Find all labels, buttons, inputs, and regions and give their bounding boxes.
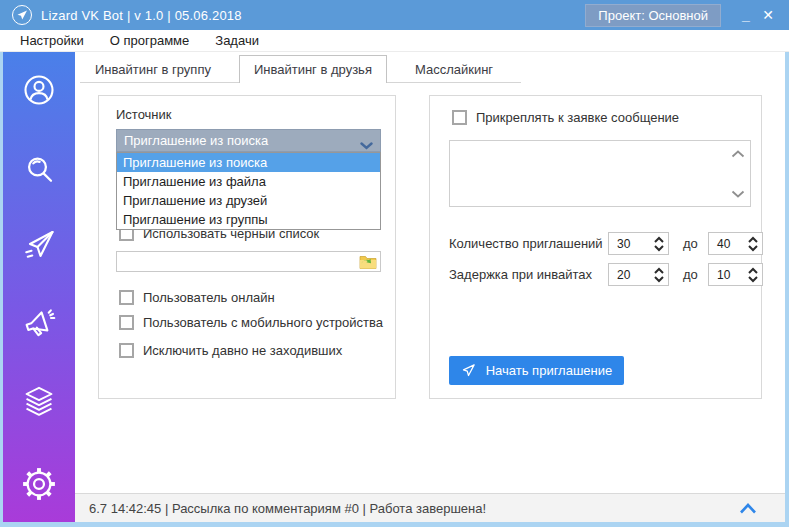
tab-invite-friends[interactable]: Инвайтинг в друзья [239,55,387,83]
source-dropdown-list: Приглашение из поиска Приглашение из фай… [116,152,381,230]
invite-delay-label: Задержка при инвайтах [449,267,592,282]
dropdown-option-search[interactable]: Приглашение из поиска [117,153,380,172]
scroll-up-icon[interactable] [731,146,745,161]
to-label: до [683,236,698,251]
scroll-down-icon[interactable] [731,186,745,201]
source-label: Источник [116,107,172,122]
source-panel: Источник Приглашение из поиска Приглашен… [98,95,396,399]
attach-message-checkbox-label: Прикреплять к заявке сообщение [476,110,679,125]
checkbox-box[interactable] [119,343,134,358]
source-dropdown-value: Приглашение из поиска [124,133,268,148]
invite-count-label: Количество приглашений [449,236,603,251]
to-label: до [683,267,698,282]
spinner-value: 10 [717,268,730,282]
tab-massliking[interactable]: Масслайкинг [400,56,508,82]
spinner-value: 40 [717,237,730,251]
checkbox-box[interactable] [119,290,134,305]
main-content: Инвайтинг в группу Инвайтинг в друзья Ма… [75,52,785,522]
spinner-arrows-icon[interactable] [653,236,665,255]
profile-icon[interactable] [21,72,57,108]
exclude-inactive-checkbox-label: Исключить давно не заходивших [143,343,342,358]
dropdown-option-file[interactable]: Приглашение из файла [117,172,380,191]
chevron-up-icon[interactable] [739,503,757,514]
layers-icon[interactable] [21,385,57,421]
send-icon[interactable] [21,226,57,262]
tab-strip: Инвайтинг в группу Инвайтинг в друзья Ма… [80,56,521,83]
blacklist-input[interactable] [116,251,381,272]
tab-invite-group[interactable]: Инвайтинг в группу [80,56,226,82]
spinner-value: 20 [617,268,630,282]
start-invite-button-label: Начать приглашение [486,363,613,378]
message-textarea[interactable] [449,140,751,207]
invite-count-to-spinner[interactable]: 40 [708,232,763,255]
invite-delay-from-spinner[interactable]: 20 [608,263,669,286]
minimize-button[interactable]: _ [735,4,757,26]
status-bar: 6.7 14:42:45 | Рассылка по комментариям … [75,493,785,522]
open-folder-icon[interactable] [359,254,377,269]
app-logo-icon [12,5,32,25]
title-bar: Lizard VK Bot | v 1.0 | 05.06.2018 Проек… [0,0,789,30]
menu-tasks[interactable]: Задачи [215,33,259,48]
window-title: Lizard VK Bot | v 1.0 | 05.06.2018 [41,8,585,23]
mobile-checkbox[interactable]: Пользователь с мобильного устройства [119,315,383,330]
project-button[interactable]: Проект: Основной [585,4,721,27]
megaphone-icon[interactable] [21,306,57,342]
menu-settings[interactable]: Настройки [20,33,84,48]
menu-bar: Настройки О программе Задачи [0,30,789,52]
online-checkbox-label: Пользователь онлайн [143,290,275,305]
chevron-down-icon [360,138,373,153]
blacklist-input-wrap [116,251,381,272]
spinner-arrows-icon[interactable] [747,236,759,255]
send-icon [461,363,476,378]
search-icon[interactable] [21,152,57,188]
source-dropdown[interactable]: Приглашение из поиска [116,129,381,152]
sidebar-nav [3,52,75,522]
close-button[interactable]: ✕ [757,4,779,26]
gear-icon[interactable] [21,466,57,502]
attach-message-checkbox[interactable]: Прикреплять к заявке сообщение [452,110,679,125]
start-invite-button[interactable]: Начать приглашение [449,356,624,385]
spinner-value: 30 [617,237,630,251]
invite-count-from-spinner[interactable]: 30 [608,232,669,255]
spinner-arrows-icon[interactable] [747,267,759,286]
status-text: 6.7 14:42:45 | Рассылка по комментариям … [89,501,739,516]
menu-about[interactable]: О программе [110,33,190,48]
invite-delay-to-spinner[interactable]: 10 [708,263,763,286]
dropdown-option-group[interactable]: Приглашение из группы [117,210,380,229]
app-window: Lizard VK Bot | v 1.0 | 05.06.2018 Проек… [0,0,789,527]
online-checkbox[interactable]: Пользователь онлайн [119,290,275,305]
mobile-checkbox-label: Пользователь с мобильного устройства [143,315,383,330]
exclude-inactive-checkbox[interactable]: Исключить давно не заходивших [119,343,342,358]
spinner-arrows-icon[interactable] [653,267,665,286]
checkbox-box[interactable] [452,110,467,125]
dropdown-option-friends[interactable]: Приглашение из друзей [117,191,380,210]
checkbox-box[interactable] [119,315,134,330]
invite-panel: Прикреплять к заявке сообщение Количеств… [429,95,762,399]
